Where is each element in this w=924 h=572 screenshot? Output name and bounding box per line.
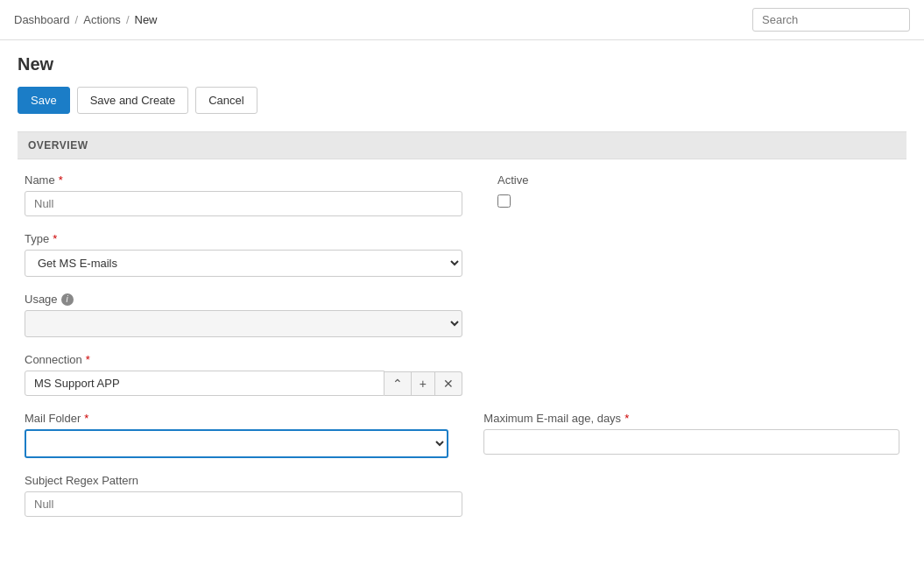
breadcrumb-sep-1: / <box>75 13 79 26</box>
form-row-name-active: Name * Active <box>25 173 899 216</box>
page-title: New <box>18 54 906 74</box>
connection-label: Connection * <box>25 353 462 366</box>
breadcrumb-sep-2: / <box>126 13 130 26</box>
type-label: Type * <box>25 232 462 245</box>
connection-required-star: * <box>86 353 90 366</box>
name-required-star: * <box>59 173 63 187</box>
type-group: Type * Get MS E-mails Send E-mail Create… <box>25 232 462 277</box>
active-group: Active <box>497 173 528 208</box>
max-email-age-label: Maximum E-mail age, days * <box>483 412 899 425</box>
max-email-age-group: Maximum E-mail age, days * 14 <box>483 412 899 455</box>
max-email-age-input[interactable]: 14 <box>483 429 899 455</box>
usage-label: Usage i <box>25 293 462 306</box>
active-checkbox[interactable] <box>497 194 511 208</box>
usage-group: Usage i <box>25 293 462 337</box>
connection-group: Connection * ⌃ + ✕ <box>25 353 462 396</box>
connection-expand-button[interactable]: ⌃ <box>384 371 412 396</box>
connection-add-button[interactable]: + <box>412 371 435 396</box>
section-overview-header: OVERVIEW <box>18 131 906 159</box>
mail-folder-label: Mail Folder * <box>25 412 448 425</box>
save-button[interactable]: Save <box>18 87 70 114</box>
connection-field-wrapper: ⌃ + ✕ <box>25 371 462 396</box>
form-row-usage: Usage i <box>25 293 899 337</box>
breadcrumb-dashboard[interactable]: Dashboard <box>14 13 70 26</box>
form-row-mail-folder: Mail Folder * Maximum E-mail age, days *… <box>25 412 899 458</box>
top-nav: Dashboard / Actions / New <box>0 0 924 40</box>
cancel-button[interactable]: Cancel <box>195 87 257 114</box>
usage-select[interactable] <box>25 310 462 337</box>
max-email-age-required-star: * <box>624 412 629 425</box>
subject-regex-label: Subject Regex Pattern <box>25 474 462 487</box>
active-checkbox-wrapper <box>497 191 528 208</box>
breadcrumb-new: New <box>135 13 158 26</box>
action-buttons: Save Save and Create Cancel <box>18 87 906 114</box>
form-row-type: Type * Get MS E-mails Send E-mail Create… <box>25 232 899 277</box>
mail-folder-required-star: * <box>84 412 88 425</box>
breadcrumb-actions[interactable]: Actions <box>83 13 121 26</box>
mail-folder-group: Mail Folder * <box>25 412 448 458</box>
save-and-create-button[interactable]: Save and Create <box>77 87 189 114</box>
form-body: Name * Active Type * Get MS E-mail <box>18 173 906 517</box>
form-row-subject-regex: Subject Regex Pattern <box>25 474 899 517</box>
active-label: Active <box>497 173 528 187</box>
subject-regex-input[interactable] <box>25 491 462 517</box>
search-input[interactable] <box>752 8 910 32</box>
mail-folder-select[interactable] <box>25 429 448 458</box>
breadcrumb: Dashboard / Actions / New <box>14 13 158 26</box>
connection-input[interactable] <box>25 371 384 396</box>
name-label: Name * <box>25 173 462 187</box>
form-row-connection: Connection * ⌃ + ✕ <box>25 353 899 396</box>
connection-clear-button[interactable]: ✕ <box>435 371 462 396</box>
type-required-star: * <box>53 232 57 245</box>
name-input[interactable] <box>25 191 462 216</box>
page-content: New Save Save and Create Cancel OVERVIEW… <box>0 40 924 547</box>
name-group: Name * <box>25 173 462 216</box>
subject-regex-group: Subject Regex Pattern <box>25 474 462 517</box>
type-select[interactable]: Get MS E-mails Send E-mail Create Ticket <box>25 250 462 277</box>
usage-info-icon[interactable]: i <box>61 293 74 306</box>
